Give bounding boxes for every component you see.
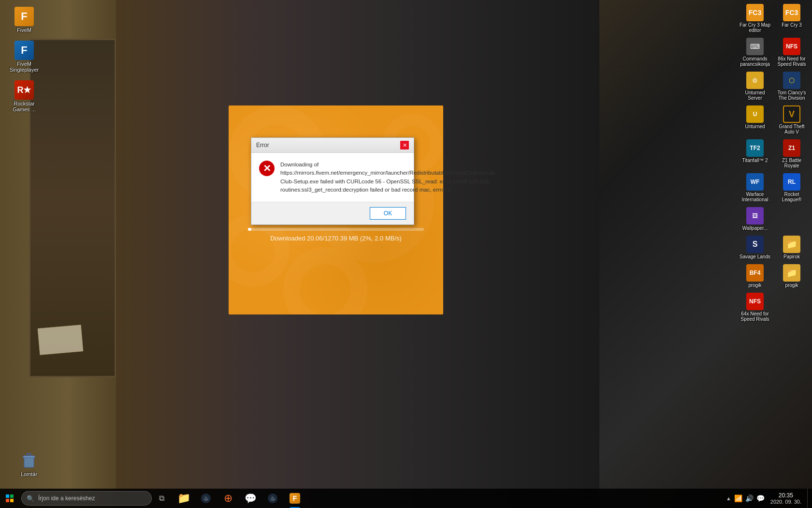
bf4-label: progik <box>748 283 761 288</box>
nfs64-icon: NFS <box>746 293 764 310</box>
desktop-icon-fivem-sp[interactable]: F FiveMSingleplayer <box>5 39 44 75</box>
desktop-icon-unturned[interactable]: U Unturned <box>738 104 772 136</box>
papirok-icon: 📁 <box>783 236 800 253</box>
papirok-label: Papirok <box>783 254 800 259</box>
desktop-icon-warface[interactable]: WF WarfaceInternational <box>738 172 772 204</box>
svg-text:♨: ♨ <box>270 495 276 502</box>
desktop-icon-division[interactable]: ⬡ Tom Clancy'sThe Division <box>775 70 809 102</box>
unturned-icon: U <box>746 105 764 123</box>
tray-notification-icon[interactable]: 💬 <box>756 494 765 502</box>
error-titlebar: Error ✕ <box>251 138 414 153</box>
unturned-label: Unturned <box>745 124 765 129</box>
desktop-icon-bf4[interactable]: BF4 progik <box>738 263 772 289</box>
desktop-icon-papirok[interactable]: 📁 Papirok <box>775 234 809 261</box>
commands-icon: ⌨ <box>746 38 764 55</box>
fivem-taskbar-icon: F <box>290 493 300 504</box>
fc3-label: Far Cry 3 <box>782 22 802 28</box>
progress-bar-container <box>248 228 424 231</box>
bf4-icon: BF4 <box>746 264 764 282</box>
desktop-icon-gta5[interactable]: V Grand TheftAuto V <box>775 104 809 136</box>
search-bar[interactable]: 🔍 Írjon ide a kereséshez <box>21 491 152 506</box>
system-tray: ▲ 📶 🔊 💬 20:35 2020. 09. 30. <box>726 489 812 508</box>
commands-label: Commandsparancsikonja <box>740 56 770 67</box>
z1-label: Z1 BattleRoyale <box>782 158 801 168</box>
taskbar-steam2[interactable]: ♨ <box>262 489 283 508</box>
wall-sticker <box>38 325 83 355</box>
gta5-label: Grand TheftAuto V <box>779 124 804 134</box>
savage-label: Savage Lands <box>740 254 770 259</box>
division-label: Tom Clancy'sThe Division <box>777 90 806 101</box>
error-icon: ✕ <box>259 161 275 176</box>
rockstar-icon: R★ <box>14 80 34 100</box>
desktop-icon-commands[interactable]: ⌨ Commandsparancsikonja <box>738 36 772 68</box>
tray-clock[interactable]: 20:35 2020. 09. 30. <box>767 492 805 505</box>
clock-time: 20:35 <box>779 492 793 499</box>
origin-icon: ⊕ <box>224 492 232 505</box>
desktop-icon-wallpaper[interactable]: 🖼 Wallpaper... <box>738 206 772 232</box>
error-message: Downloading of https://mirrors.fivem.net… <box>280 161 496 194</box>
fivem-icon: F <box>14 7 34 26</box>
desktop-icon-fc3[interactable]: FC3 Far Cry 3 <box>775 2 809 34</box>
svg-rect-1 <box>23 456 35 458</box>
tray-icons: ▲ 📶 🔊 💬 <box>726 494 765 502</box>
unturned-server-label: UnturnedServer <box>745 90 765 101</box>
desktop: F FiveM F FiveMSingleplayer R★ RockstarG… <box>0 0 812 508</box>
discord-icon: 💬 <box>245 493 257 504</box>
progik-icon: 📁 <box>783 264 800 282</box>
z1-icon: Z1 <box>783 139 800 157</box>
nfs86-icon: NFS <box>783 38 800 55</box>
lomtar-icon <box>19 451 39 470</box>
desktop-icon-z1[interactable]: Z1 Z1 BattleRoyale <box>775 138 809 170</box>
desktop-icon-nfs86[interactable]: NFS 86x Need forSpeed Rivals <box>775 36 809 68</box>
desktop-icon-fc3-map[interactable]: FC3 Far Cry 3 Mapeditor <box>738 2 772 34</box>
show-desktop-button[interactable] <box>807 489 810 508</box>
tray-network-icon[interactable]: 📶 <box>734 494 742 502</box>
titanfall2-label: Titanfall™ 2 <box>742 158 768 163</box>
gta5-icon: V <box>783 105 800 123</box>
nfs86-label: 86x Need forSpeed Rivals <box>778 56 806 67</box>
taskbar-discord[interactable]: 💬 <box>240 489 261 508</box>
progress-bar-fill <box>248 228 251 231</box>
tray-arrow-icon[interactable]: ▲ <box>726 495 731 501</box>
desktop-icon-fivem[interactable]: F FiveM <box>5 5 44 35</box>
search-placeholder: Írjon ide a kereséshez <box>38 495 95 502</box>
close-icon: ✕ <box>403 142 407 149</box>
desktop-icon-savage[interactable]: S Savage Lands <box>738 234 772 261</box>
unturned-server-icon: ⚙ <box>746 72 764 89</box>
nfs64-label: 64x Need forSpeed Rivals <box>741 311 769 322</box>
wallpaper-icon: 🖼 <box>746 207 764 224</box>
lomtar-label: Lomtár <box>21 471 37 477</box>
tray-volume-icon[interactable]: 🔊 <box>745 494 754 502</box>
taskbar-fivem[interactable]: F <box>284 489 305 508</box>
taskbar-steam[interactable]: ♨ <box>195 489 217 508</box>
taskbar-file-explorer[interactable]: 📁 <box>173 489 194 508</box>
fivem-sp-icon: F <box>14 41 34 60</box>
rocket-league-label: RocketLeague® <box>782 192 802 202</box>
clock-date: 2020. 09. 30. <box>770 499 801 505</box>
error-footer: OK <box>251 202 414 224</box>
error-close-button[interactable]: ✕ <box>400 141 409 149</box>
svg-text:♨: ♨ <box>203 495 209 502</box>
desktop-icon-titanfall2[interactable]: TF2 Titanfall™ 2 <box>738 138 772 170</box>
warface-icon: WF <box>746 173 764 191</box>
task-view-icon: ⧉ <box>159 494 164 503</box>
desktop-icon-progik[interactable]: 📁 progik <box>775 263 809 289</box>
fivem-label: FiveM <box>17 27 31 33</box>
error-dialog: Error ✕ ✕ Downloading of https://mirrors… <box>251 137 414 225</box>
fc3-map-label: Far Cry 3 Mapeditor <box>740 22 770 33</box>
desktop-icon-unturned-server[interactable]: ⚙ UnturnedServer <box>738 70 772 102</box>
error-x-symbol: ✕ <box>263 163 271 174</box>
division-icon: ⬡ <box>783 72 800 89</box>
start-button[interactable] <box>0 489 19 508</box>
ok-button[interactable]: OK <box>370 207 406 220</box>
desktop-icon-rocket-league[interactable]: RL RocketLeague® <box>775 172 809 204</box>
svg-point-9 <box>291 255 359 314</box>
desktop-icon-rockstar[interactable]: R★ RockstarGames ... <box>5 78 44 114</box>
taskbar-origin[interactable]: ⊕ <box>218 489 239 508</box>
desktop-icon-lomtar[interactable]: Lomtár <box>10 449 48 479</box>
task-view-button[interactable]: ⧉ <box>152 489 171 508</box>
error-title: Error <box>256 142 269 149</box>
titanfall2-icon: TF2 <box>746 139 764 157</box>
desktop-icon-nfs64[interactable]: NFS 64x Need forSpeed Rivals <box>738 291 772 323</box>
steam2-icon: ♨ <box>267 493 278 504</box>
